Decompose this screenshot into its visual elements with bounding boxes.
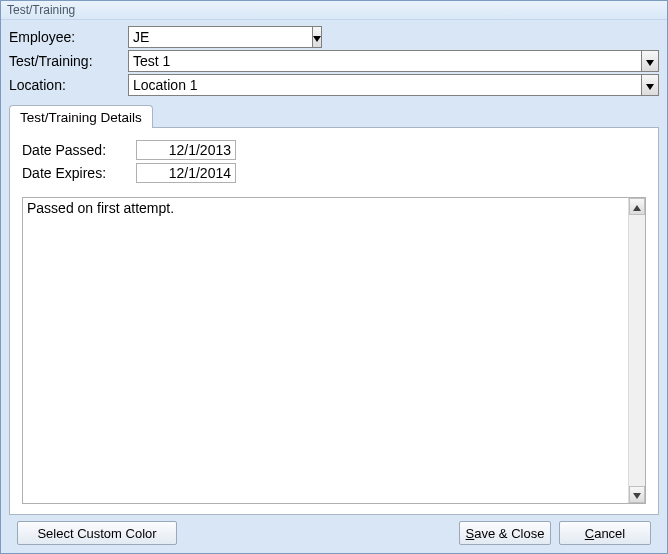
date-expires-input[interactable] — [136, 163, 236, 183]
save-close-rest: ave & Close — [474, 526, 544, 541]
location-label: Location: — [9, 77, 124, 93]
location-dropdown-button[interactable] — [641, 74, 659, 96]
employee-dropdown-button[interactable] — [312, 26, 322, 48]
titlebar: Test/Training — [1, 1, 667, 20]
notes-container — [22, 197, 646, 504]
save-close-mnemonic: S — [466, 526, 475, 541]
scroll-up-button[interactable] — [629, 198, 645, 215]
chevron-down-icon — [646, 54, 654, 69]
tab-details-label: Test/Training Details — [20, 110, 142, 125]
testtraining-dropdown-button[interactable] — [641, 50, 659, 72]
tab-row: Test/Training Details — [9, 104, 659, 127]
test-training-window: Test/Training Employee: Test/Training: L… — [0, 0, 668, 554]
chevron-down-icon — [313, 30, 321, 45]
date-passed-label: Date Passed: — [22, 142, 132, 158]
tab-body: Date Passed: Date Expires: — [9, 127, 659, 515]
chevron-down-icon — [646, 78, 654, 93]
date-expires-label: Date Expires: — [22, 165, 132, 181]
footer: Select Custom Color Save & Close Cancel — [9, 515, 659, 553]
location-input[interactable] — [128, 74, 641, 96]
header-form: Employee: Test/Training: Location: — [1, 20, 667, 100]
testtraining-input[interactable] — [128, 50, 641, 72]
save-close-button[interactable]: Save & Close — [459, 521, 551, 545]
window-title: Test/Training — [7, 3, 75, 17]
employee-label: Employee: — [9, 29, 124, 45]
testtraining-combo[interactable] — [128, 50, 659, 72]
chevron-up-icon — [633, 199, 641, 214]
employee-combo[interactable] — [128, 26, 316, 48]
notes-textarea[interactable] — [23, 198, 628, 503]
cancel-rest: ancel — [594, 526, 625, 541]
scroll-track[interactable] — [629, 215, 645, 486]
employee-input[interactable] — [128, 26, 312, 48]
location-combo[interactable] — [128, 74, 659, 96]
tab-area: Test/Training Details Date Passed: Date … — [1, 100, 667, 553]
select-custom-color-button[interactable]: Select Custom Color — [17, 521, 177, 545]
chevron-down-icon — [633, 487, 641, 502]
testtraining-label: Test/Training: — [9, 53, 124, 69]
cancel-button[interactable]: Cancel — [559, 521, 651, 545]
cancel-mnemonic: C — [585, 526, 594, 541]
scroll-down-button[interactable] — [629, 486, 645, 503]
tab-details[interactable]: Test/Training Details — [9, 105, 153, 128]
details-grid: Date Passed: Date Expires: — [22, 140, 646, 183]
scrollbar[interactable] — [628, 198, 645, 503]
date-passed-input[interactable] — [136, 140, 236, 160]
select-custom-color-label: Select Custom Color — [37, 526, 156, 541]
